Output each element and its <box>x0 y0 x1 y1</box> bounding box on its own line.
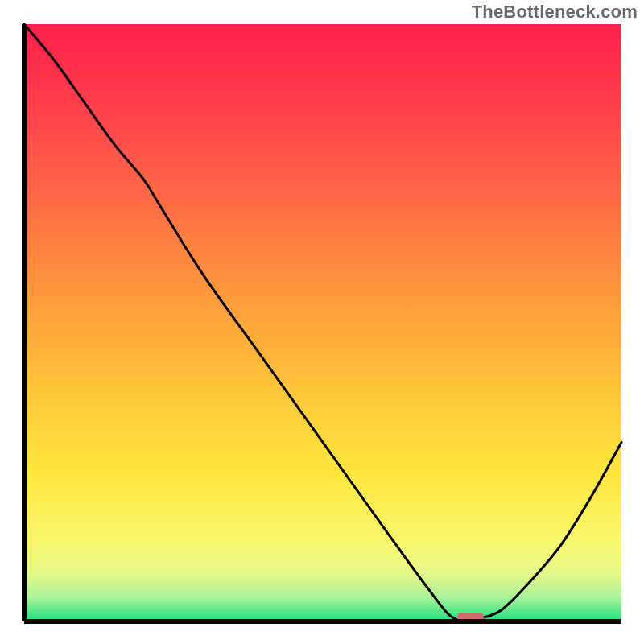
watermark-label: TheBottleneck.com <box>472 2 638 23</box>
bottleneck-chart: TheBottleneck.com <box>0 0 644 644</box>
plot-background-gradient <box>24 24 621 621</box>
chart-canvas <box>0 0 644 644</box>
